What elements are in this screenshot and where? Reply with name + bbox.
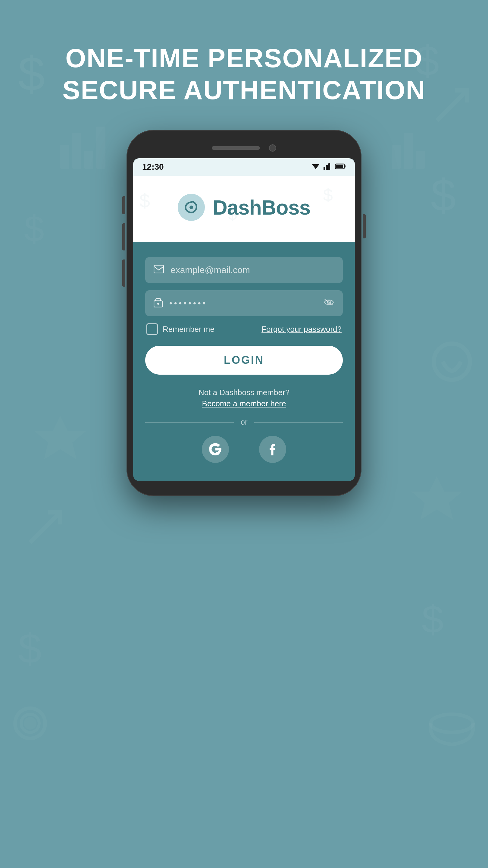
divider-line-left [145, 422, 234, 423]
svg-point-15 [15, 708, 45, 738]
email-icon [154, 265, 164, 276]
svg-rect-8 [84, 151, 93, 169]
phone-notch [133, 139, 355, 158]
email-placeholder: example@mail.com [170, 265, 334, 275]
battery-icon [335, 163, 346, 171]
google-login-button[interactable] [202, 436, 229, 463]
svg-rect-6 [60, 145, 69, 169]
svg-rect-10 [392, 145, 401, 169]
email-input-field[interactable]: example@mail.com [145, 257, 343, 283]
svg-point-16 [21, 714, 39, 733]
front-camera [269, 144, 276, 152]
signup-section: Not a Dashboss member? Become a member h… [145, 388, 343, 408]
volume-down-button [122, 259, 125, 287]
svg-text:$: $ [422, 597, 444, 641]
svg-text:$: $ [24, 208, 44, 249]
svg-text:$: $ [431, 170, 456, 221]
svg-point-31 [157, 303, 159, 305]
or-divider: or [145, 417, 343, 427]
app-name: DashBoss [213, 195, 311, 219]
forgot-password-link[interactable]: Forgot your password? [261, 324, 341, 334]
password-value: •••••••• [169, 299, 317, 308]
svg-text:$: $ [139, 190, 150, 211]
svg-point-13 [434, 344, 470, 380]
svg-text:$: $ [18, 625, 41, 672]
login-button[interactable]: LOGIN [145, 346, 343, 375]
phone-mockup: 12:30 [127, 130, 361, 496]
password-input-field[interactable]: •••••••• [145, 290, 343, 316]
status-bar: 12:30 [133, 158, 355, 176]
svg-rect-20 [326, 165, 328, 170]
lock-icon [154, 297, 163, 310]
phone-screen: 12:30 [133, 158, 355, 481]
status-icons [311, 162, 346, 172]
svg-rect-11 [404, 133, 413, 169]
svg-text:$: $ [323, 185, 333, 205]
social-login-buttons [145, 436, 343, 469]
svg-rect-9 [96, 127, 105, 169]
app-logo-icon [178, 194, 205, 221]
svg-rect-12 [416, 151, 425, 169]
svg-rect-23 [344, 165, 346, 167]
divider-line-right [254, 422, 343, 423]
become-member-link[interactable]: Become a member here [202, 399, 286, 408]
svg-rect-21 [328, 163, 330, 170]
remember-forgot-row: Remember me Forgot your password? [145, 323, 343, 335]
svg-point-28 [190, 206, 193, 209]
svg-rect-29 [154, 265, 164, 273]
logo-section: $ $ $ DashBoss [133, 176, 355, 242]
mute-button [122, 196, 125, 214]
power-button [363, 214, 366, 239]
svg-marker-18 [312, 164, 319, 169]
speaker-grille [212, 146, 260, 150]
status-time: 12:30 [142, 162, 164, 172]
signal-icon [324, 163, 332, 171]
wifi-icon [311, 162, 321, 172]
svg-rect-19 [324, 167, 325, 170]
volume-up-button [122, 223, 125, 250]
page-title: ONE-TIME PERSONALIZED SECURE AUTHENTICAT… [38, 42, 450, 106]
facebook-login-button[interactable] [259, 436, 286, 463]
svg-point-14 [431, 714, 473, 733]
svg-rect-24 [336, 164, 343, 168]
remember-me-checkbox[interactable] [147, 323, 158, 335]
svg-point-17 [27, 720, 34, 727]
or-text: or [240, 417, 247, 427]
login-form: example@mail.com •••••••• [133, 242, 355, 481]
not-member-text: Not a Dashboss member? [145, 388, 343, 397]
remember-me-label: Remember me [163, 324, 215, 334]
toggle-password-icon[interactable] [324, 298, 334, 309]
svg-rect-7 [72, 133, 82, 169]
remember-me-group: Remember me [147, 323, 215, 335]
